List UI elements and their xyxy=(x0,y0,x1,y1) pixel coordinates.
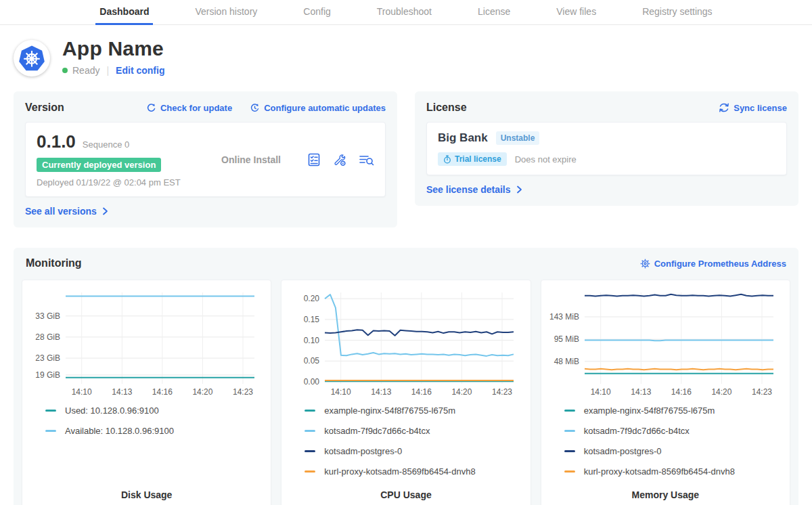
tab-version-history[interactable]: Version history xyxy=(191,0,261,25)
version-card: Version Check for update Configure autom… xyxy=(14,91,397,227)
svg-text:14:20: 14:20 xyxy=(711,387,731,397)
chart-legend: Used: 10.128.0.96:9100Available: 10.128.… xyxy=(28,405,265,436)
svg-text:0.15: 0.15 xyxy=(304,315,320,324)
legend-label: Available: 10.128.0.96:9100 xyxy=(65,426,174,436)
license-card-title: License xyxy=(426,102,467,114)
disk-usage-chart: 19 GiB23 GiB28 GiB33 GiB14:1014:1314:161… xyxy=(28,287,261,399)
chart-title: CPU Usage xyxy=(287,489,524,502)
legend-color-dash xyxy=(564,450,575,452)
stopwatch-icon xyxy=(443,155,451,164)
deployed-timestamp: Deployed 01/19/22 @ 02:04 pm EST xyxy=(37,177,196,188)
sync-arrows-icon xyxy=(719,103,729,112)
chart-legend: example-nginx-54f8f76755-l675mkotsadm-7f… xyxy=(547,405,784,477)
page-title: App Name xyxy=(62,37,164,60)
legend-label: kotsadm-postgres-0 xyxy=(324,446,402,456)
check-for-update-button[interactable]: Check for update xyxy=(146,103,232,113)
deploy-logs-icon[interactable] xyxy=(358,152,374,167)
svg-text:33 GiB: 33 GiB xyxy=(35,311,60,321)
chart-title: Memory Usage xyxy=(547,489,784,502)
config-wrench-icon[interactable] xyxy=(332,152,347,167)
legend-item: kurl-proxy-kotsadm-8569fb6454-dnvh8 xyxy=(564,466,784,477)
legend-item: Available: 10.128.0.96:9100 xyxy=(45,426,265,436)
top-navigation: DashboardVersion historyConfigTroublesho… xyxy=(0,0,812,25)
app-header: App Name Ready | Edit config xyxy=(14,37,798,76)
legend-label: example-nginx-54f8f76755-l675m xyxy=(584,405,715,416)
memory-usage-chart-card: 48 MiB95 MiB143 MiB14:1014:1314:1614:201… xyxy=(541,280,790,505)
channel-badge: Unstable xyxy=(496,131,540,145)
tab-view-files[interactable]: View files xyxy=(552,0,600,25)
cpu-usage-chart: 0.000.050.100.150.2014:1014:1314:1614:20… xyxy=(287,287,520,399)
svg-text:14:20: 14:20 xyxy=(452,387,472,397)
legend-label: kotsadm-7f9dc7d66c-b4tcx xyxy=(324,426,430,436)
legend-color-dash xyxy=(45,430,56,432)
svg-text:95 MiB: 95 MiB xyxy=(554,334,579,344)
svg-text:14:13: 14:13 xyxy=(631,387,651,397)
legend-color-dash xyxy=(304,430,315,432)
clock-rotate-icon xyxy=(250,103,260,113)
svg-text:48 MiB: 48 MiB xyxy=(554,357,579,366)
svg-text:0.00: 0.00 xyxy=(304,377,320,387)
configure-prometheus-button[interactable]: Configure Prometheus Address xyxy=(640,259,786,269)
tab-dashboard[interactable]: Dashboard xyxy=(95,0,153,25)
license-card: License Sync license Big Bank Unstable T… xyxy=(415,91,798,206)
legend-label: kurl-proxy-kotsadm-8569fb6454-dnvh8 xyxy=(584,466,735,477)
svg-text:14:23: 14:23 xyxy=(492,387,512,397)
svg-text:23 GiB: 23 GiB xyxy=(35,353,60,363)
see-license-details-link[interactable]: See license details xyxy=(426,184,523,195)
sync-license-button[interactable]: Sync license xyxy=(719,103,787,113)
svg-text:14:13: 14:13 xyxy=(112,387,132,397)
status-text: Ready xyxy=(72,65,99,76)
svg-text:0.10: 0.10 xyxy=(304,336,320,345)
version-card-title: Version xyxy=(25,102,64,114)
chart-legend: example-nginx-54f8f76755-l675mkotsadm-7f… xyxy=(287,405,524,477)
tab-registry-settings[interactable]: Registry settings xyxy=(638,0,716,25)
disk-usage-chart-card: 19 GiB23 GiB28 GiB33 GiB14:1014:1314:161… xyxy=(22,280,271,505)
trial-license-badge: Trial license xyxy=(438,152,507,166)
configure-automatic-updates-button[interactable]: Configure automatic updates xyxy=(250,103,386,113)
svg-text:143 MiB: 143 MiB xyxy=(549,312,579,322)
current-version-box: 0.1.0 Sequence 0 Currently deployed vers… xyxy=(25,122,386,197)
refresh-icon xyxy=(146,103,156,113)
legend-label: example-nginx-54f8f76755-l675m xyxy=(324,405,455,416)
legend-item: kotsadm-postgres-0 xyxy=(304,446,524,456)
legend-item: kurl-proxy-kotsadm-8569fb6454-dnvh8 xyxy=(304,466,524,477)
memory-usage-chart: 48 MiB95 MiB143 MiB14:1014:1314:1614:201… xyxy=(547,287,780,399)
legend-color-dash xyxy=(564,410,575,412)
tab-license[interactable]: License xyxy=(474,0,514,25)
version-number: 0.1.0 xyxy=(37,131,76,152)
legend-item: kotsadm-postgres-0 xyxy=(564,446,784,456)
legend-label: kurl-proxy-kotsadm-8569fb6454-dnvh8 xyxy=(324,466,475,477)
svg-text:14:16: 14:16 xyxy=(411,387,432,397)
svg-text:14:13: 14:13 xyxy=(371,387,392,397)
svg-text:14:10: 14:10 xyxy=(590,387,610,397)
customer-name: Big Bank xyxy=(438,131,488,145)
legend-item: Used: 10.128.0.96:9100 xyxy=(45,405,265,416)
legend-color-dash xyxy=(45,410,56,412)
tab-config[interactable]: Config xyxy=(299,0,334,25)
svg-text:14:10: 14:10 xyxy=(331,387,351,397)
legend-item: kotsadm-7f9dc7d66c-b4tcx xyxy=(564,426,784,436)
svg-text:14:20: 14:20 xyxy=(192,387,212,397)
svg-text:14:23: 14:23 xyxy=(233,387,253,397)
monitoring-section: Monitoring Configure Prometheus Address … xyxy=(14,248,798,505)
divider: | xyxy=(106,65,109,76)
expiration-text: Does not expire xyxy=(515,154,577,164)
see-all-versions-link[interactable]: See all versions xyxy=(25,206,109,217)
svg-text:14:16: 14:16 xyxy=(152,387,173,397)
legend-label: kotsadm-7f9dc7d66c-b4tcx xyxy=(584,426,690,436)
kubernetes-logo-icon xyxy=(18,44,46,72)
preflight-checks-icon[interactable] xyxy=(307,152,321,167)
status-dot xyxy=(62,68,68,73)
deployed-version-badge: Currently deployed version xyxy=(37,158,161,172)
svg-text:19 GiB: 19 GiB xyxy=(35,370,60,380)
gear-icon xyxy=(640,259,650,269)
edit-config-link[interactable]: Edit config xyxy=(116,65,164,76)
chevron-right-icon xyxy=(515,185,523,194)
legend-label: Used: 10.128.0.96:9100 xyxy=(65,405,159,416)
legend-color-dash xyxy=(304,410,315,412)
legend-item: example-nginx-54f8f76755-l675m xyxy=(564,405,784,416)
legend-item: example-nginx-54f8f76755-l675m xyxy=(304,405,524,416)
chart-title: Disk Usage xyxy=(28,489,265,502)
tab-troubleshoot[interactable]: Troubleshoot xyxy=(373,0,436,25)
svg-text:0.20: 0.20 xyxy=(304,294,320,303)
